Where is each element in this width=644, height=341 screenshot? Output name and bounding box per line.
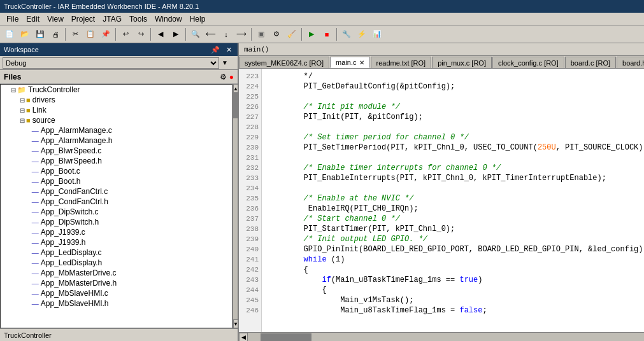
code-content[interactable]: */ PIT_GetDefaultConfig(&pitConfig); /* …	[262, 69, 644, 332]
files-label: Files	[4, 73, 21, 81]
tree-item[interactable]: ⊟■Link	[1, 105, 232, 115]
toolbar-b2[interactable]: ↓	[219, 27, 233, 41]
line-number: 242	[241, 265, 259, 275]
tree-item[interactable]: ⊟■drivers	[1, 95, 232, 105]
line-number: 229	[241, 132, 259, 143]
scroll-down-btn[interactable]: ▼	[233, 319, 238, 328]
menu-help[interactable]: Help	[186, 13, 210, 25]
files-dot-icon[interactable]: ●	[229, 73, 234, 81]
toolbar-save[interactable]: 💾	[33, 27, 47, 41]
toolbar-chip[interactable]: 🔧	[340, 27, 354, 41]
h-scroll-left-btn[interactable]: ◀	[239, 333, 248, 342]
code-line: /* Init pit module */	[267, 102, 644, 112]
toolbar-b3[interactable]: ⟶	[234, 27, 248, 41]
code-line: /* Start channel 0 */	[267, 214, 644, 224]
tab-0[interactable]: system_MKE06Z4.c [RO]	[239, 57, 329, 68]
tab-6[interactable]: board.h	[617, 57, 644, 68]
toolbar-debug[interactable]: ▶	[304, 27, 318, 41]
files-icons: ⚙ ●	[220, 73, 234, 81]
sidebar: Workspace 📌 ✕ Debug ▼ Files ⚙ ● ⊟📁Tru	[0, 43, 239, 341]
toolbar-options[interactable]: 📊	[370, 27, 384, 41]
tree-item[interactable]: ·—App_MbMasterDrive.c	[1, 268, 232, 278]
menu-jtag[interactable]: JTAG	[99, 13, 125, 25]
toolbar-paste[interactable]: 📌	[99, 27, 113, 41]
toolbar-back[interactable]: ◀	[154, 27, 168, 41]
tab-close-btn[interactable]: ✕	[359, 59, 364, 66]
tree-item[interactable]: ·—App_BlwrSpeed.c	[1, 146, 232, 156]
toolbar-open[interactable]: 📂	[18, 27, 32, 41]
sidebar-header: Workspace 📌 ✕	[0, 43, 238, 56]
toolbar-b1[interactable]: ⟵	[204, 27, 218, 41]
tree-item[interactable]: ·—App_BlwrSpeed.h	[1, 156, 232, 166]
toolbar-clean[interactable]: 🧹	[285, 27, 299, 41]
code-area[interactable]: 2232242252262272282292302312322332342352…	[239, 69, 644, 332]
tab-2[interactable]: readme.txt [RO]	[371, 57, 432, 68]
menu-project[interactable]: Project	[68, 13, 99, 25]
h-scroll-thumb[interactable]	[261, 333, 311, 341]
toolbar-build[interactable]: ⚙	[269, 27, 283, 41]
tree-item[interactable]: ·—App_CondFanCtrl.c	[1, 186, 232, 197]
toolbar-stop[interactable]: ■	[320, 27, 334, 41]
tab-1[interactable]: main.c ✕	[330, 57, 369, 68]
tab-3[interactable]: pin_mux.c [RO]	[432, 57, 492, 68]
menu-file[interactable]: File	[3, 13, 22, 25]
tree-root[interactable]: ⊟📁TruckController	[1, 85, 232, 95]
tree-item[interactable]: ·—App_J1939.c	[1, 227, 232, 237]
tree-item[interactable]: ⊟■source	[1, 115, 232, 125]
files-settings-icon[interactable]: ⚙	[220, 73, 227, 81]
line-number: 226	[241, 102, 259, 112]
tree-item[interactable]: ·—App_LedDisplay.c	[1, 247, 232, 258]
menu-window[interactable]: Window	[151, 13, 186, 25]
tree-item[interactable]: ·—App_DipSwitch.c	[1, 207, 232, 217]
toolbar-forward[interactable]: ▶	[169, 27, 183, 41]
tree-item[interactable]: ·—App_Boot.c	[1, 166, 232, 176]
tree-item[interactable]: ·—App_J1939.h	[1, 237, 232, 247]
status-text: TruckController	[4, 331, 52, 339]
code-line: PIT_StartTimer(PIT, kPIT_Chnl_0);	[267, 224, 644, 234]
code-line	[267, 153, 644, 163]
editor: main() system_MKE06Z4.c [RO]main.c ✕read…	[239, 43, 644, 341]
toolbar-compile[interactable]: ▣	[254, 27, 268, 41]
tree-item[interactable]: ·—App_CondFanCtrl.h	[1, 197, 232, 207]
tree-scrollbar: ▲ ▼	[233, 84, 238, 328]
line-number: 243	[241, 275, 259, 285]
toolbar-flash[interactable]: ⚡	[355, 27, 369, 41]
file-tree: ⊟📁TruckController⊟■drivers⊟■Link⊟■source…	[0, 84, 233, 328]
scroll-up-btn[interactable]: ▲	[233, 84, 238, 93]
line-number: 234	[241, 183, 259, 193]
debug-select[interactable]: Debug	[3, 57, 219, 69]
code-line: PIT_Init(PIT, &pitConfig);	[267, 112, 644, 122]
file-tree-container: ⊟📁TruckController⊟■drivers⊟■Link⊟■source…	[0, 84, 238, 328]
toolbar-sep-1	[65, 28, 66, 41]
toolbar-new[interactable]: 📄	[3, 27, 17, 41]
scroll-thumb[interactable]	[233, 93, 238, 118]
toolbar-copy[interactable]: 📋	[83, 27, 97, 41]
tree-item[interactable]: ·—App_DipSwitch.h	[1, 217, 232, 227]
tree-item[interactable]: ·—App_MbSlaveHMI.h	[1, 298, 232, 309]
line-numbers: 2232242252262272282292302312322332342352…	[239, 69, 262, 332]
tree-item[interactable]: ·—App_MbSlaveHMI.c	[1, 288, 232, 298]
sidebar-pin-btn[interactable]: 📌	[209, 46, 222, 54]
menu-edit[interactable]: Edit	[22, 13, 43, 25]
sidebar-close-btn[interactable]: ✕	[224, 46, 234, 54]
tree-item[interactable]: ·—App_MbMasterDrive.h	[1, 278, 232, 288]
menu-tools[interactable]: Tools	[125, 13, 151, 25]
tree-item[interactable]: ·—App_AlarmManage.h	[1, 136, 232, 146]
debug-dropdown-btn[interactable]: ▼	[222, 59, 228, 66]
toolbar-search[interactable]: 🔍	[189, 27, 203, 41]
toolbar-undo[interactable]: ↩	[118, 27, 132, 41]
tab-bar: system_MKE06Z4.c [RO]main.c ✕readme.txt …	[239, 56, 644, 69]
menu-view[interactable]: View	[43, 13, 68, 25]
line-number: 244	[241, 285, 259, 295]
code-line: GPIO_PinInit(BOARD_LED_RED_GPIO_PORT, BO…	[267, 244, 644, 254]
toolbar-cut[interactable]: ✂	[68, 27, 82, 41]
tab-4[interactable]: clock_config.c [RO]	[492, 57, 564, 68]
toolbar-redo[interactable]: ↪	[134, 27, 148, 41]
debug-bar: Debug ▼	[0, 56, 238, 70]
toolbar-print[interactable]: 🖨	[48, 27, 62, 41]
tree-item[interactable]: ·—App_AlarmManage.c	[1, 125, 232, 136]
tab-5[interactable]: board.c [RO]	[565, 57, 616, 68]
tree-item[interactable]: ·—App_LedDisplay.h	[1, 258, 232, 268]
tree-item[interactable]: ·—App_Boot.h	[1, 176, 232, 186]
horizontal-scrollbar: ◀ ▶	[239, 332, 644, 341]
